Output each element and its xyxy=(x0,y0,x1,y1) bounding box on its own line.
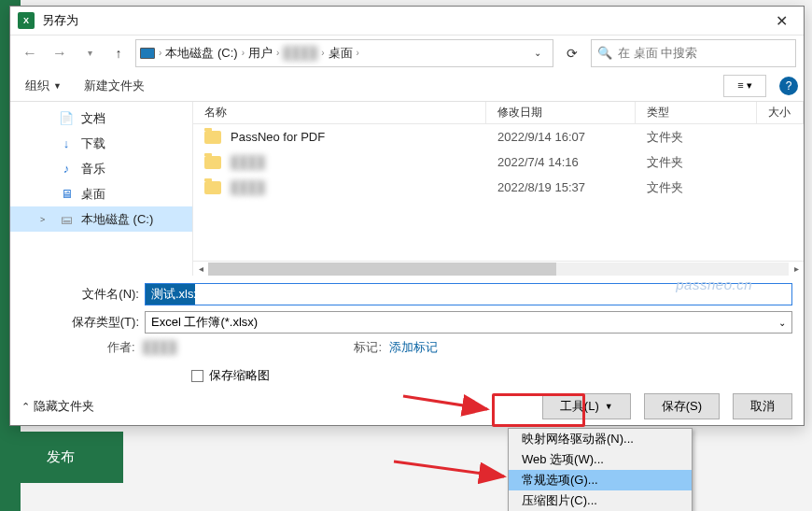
column-headers[interactable]: 名称 修改日期 类型 大小 xyxy=(193,102,804,124)
svg-line-1 xyxy=(394,461,504,476)
toolbar: 组织▼ 新建文件夹 ≡ ▾ ? xyxy=(10,70,804,102)
sidebar-item[interactable]: ↓下载 xyxy=(10,131,192,156)
folder-icon xyxy=(204,131,221,144)
watermark: passneo.cn xyxy=(676,277,752,292)
save-as-dialog: X 另存为 ✕ ← → ▾ ↑ › 本地磁盘 (C:)› 用户› ████› 桌… xyxy=(9,6,805,426)
file-row[interactable]: ████2022/7/4 14:16文件夹 xyxy=(193,149,804,175)
view-button[interactable]: ≡ ▾ xyxy=(723,75,766,97)
sidebar-item-label: 音乐 xyxy=(81,161,105,177)
nav-bar: ← → ▾ ↑ › 本地磁盘 (C:)› 用户› ████› 桌面› ⌄ ⟳ 🔍… xyxy=(10,35,804,70)
up-button[interactable]: ↑ xyxy=(107,42,130,64)
col-name[interactable]: 名称 xyxy=(193,102,486,123)
drive-icon xyxy=(140,48,155,59)
help-button[interactable]: ? xyxy=(779,77,798,95)
col-size[interactable]: 大小 xyxy=(757,102,804,123)
organize-button[interactable]: 组织▼ xyxy=(16,74,71,98)
sidebar-item-icon: 🖥 xyxy=(59,187,74,202)
refresh-button[interactable]: ⟳ xyxy=(559,40,585,66)
history-dropdown[interactable]: ▾ xyxy=(77,41,102,65)
publish-sidebar-item[interactable]: 发布 xyxy=(21,432,123,483)
hide-folders-toggle[interactable]: ⌃隐藏文件夹 xyxy=(21,398,94,415)
thumbnail-label: 保存缩略图 xyxy=(209,367,270,384)
save-button[interactable]: 保存(S) xyxy=(644,393,720,419)
tools-button[interactable]: 工具(L)▼ xyxy=(542,393,631,419)
filetype-label: 保存类型(T): xyxy=(21,314,145,331)
menu-item[interactable]: 常规选项(G)... xyxy=(509,470,692,490)
sidebar-item[interactable]: 🖥桌面 xyxy=(10,181,192,206)
author-label: 作者: xyxy=(107,340,135,354)
menu-item[interactable]: 压缩图片(C)... xyxy=(509,490,692,511)
file-list: 名称 修改日期 类型 大小 PassNeo for PDF2022/9/14 1… xyxy=(193,102,804,276)
sidebar-item-label: 文档 xyxy=(81,110,105,127)
sidebar-item-icon: ↓ xyxy=(59,136,74,151)
horizontal-scrollbar[interactable]: ◂▸ xyxy=(193,261,804,276)
menu-item[interactable]: 映射网络驱动器(N)... xyxy=(509,429,692,449)
sidebar-item[interactable]: >🖴本地磁盘 (C:) xyxy=(10,206,192,232)
titlebar: X 另存为 ✕ xyxy=(10,7,804,35)
file-row[interactable]: PassNeo for PDF2022/9/14 16:07文件夹 xyxy=(193,124,804,149)
author-value: ████ xyxy=(143,340,177,354)
sidebar-item-icon: ♪ xyxy=(59,162,74,177)
filename-label: 文件名(N): xyxy=(21,286,145,303)
sidebar[interactable]: 📄文档↓下载♪音乐🖥桌面>🖴本地磁盘 (C:) xyxy=(10,102,193,276)
sidebar-item-label: 下载 xyxy=(81,135,105,152)
dialog-title: 另存为 xyxy=(42,12,763,29)
file-row[interactable]: ████2022/8/19 15:37文件夹 xyxy=(193,175,804,200)
search-icon: 🔍 xyxy=(597,46,612,60)
search-input[interactable]: 🔍 在 桌面 中搜索 xyxy=(591,39,796,67)
sidebar-item[interactable]: ♪音乐 xyxy=(10,156,192,181)
sidebar-item-label: 桌面 xyxy=(81,186,105,203)
sidebar-item[interactable]: 📄文档 xyxy=(10,106,192,131)
address-dropdown[interactable]: ⌄ xyxy=(526,48,549,58)
thumbnail-checkbox[interactable] xyxy=(191,370,203,382)
col-type[interactable]: 类型 xyxy=(636,102,757,123)
sidebar-item-icon: 🖴 xyxy=(59,212,74,227)
annotation-arrow-2 xyxy=(392,456,511,484)
menu-item[interactable]: Web 选项(W)... xyxy=(509,449,692,470)
back-button[interactable]: ← xyxy=(18,41,42,65)
add-tags-link[interactable]: 添加标记 xyxy=(389,340,438,354)
tags-label: 标记: xyxy=(354,340,382,354)
tools-menu: 映射网络驱动器(N)...Web 选项(W)...常规选项(G)...压缩图片(… xyxy=(508,428,693,511)
col-date[interactable]: 修改日期 xyxy=(486,102,636,123)
address-bar[interactable]: › 本地磁盘 (C:)› 用户› ████› 桌面› ⌄ xyxy=(135,39,553,67)
sidebar-item-icon: 📄 xyxy=(59,111,74,126)
forward-button[interactable]: → xyxy=(48,41,72,65)
folder-icon xyxy=(204,156,221,169)
cancel-button[interactable]: 取消 xyxy=(733,393,792,419)
folder-icon xyxy=(204,181,221,194)
sidebar-item-label: 本地磁盘 (C:) xyxy=(81,211,153,228)
new-folder-button[interactable]: 新建文件夹 xyxy=(75,74,154,98)
close-button[interactable]: ✕ xyxy=(763,7,800,34)
filetype-select[interactable]: Excel 工作簿(*.xlsx)⌄ xyxy=(145,311,792,334)
excel-icon: X xyxy=(18,12,35,29)
